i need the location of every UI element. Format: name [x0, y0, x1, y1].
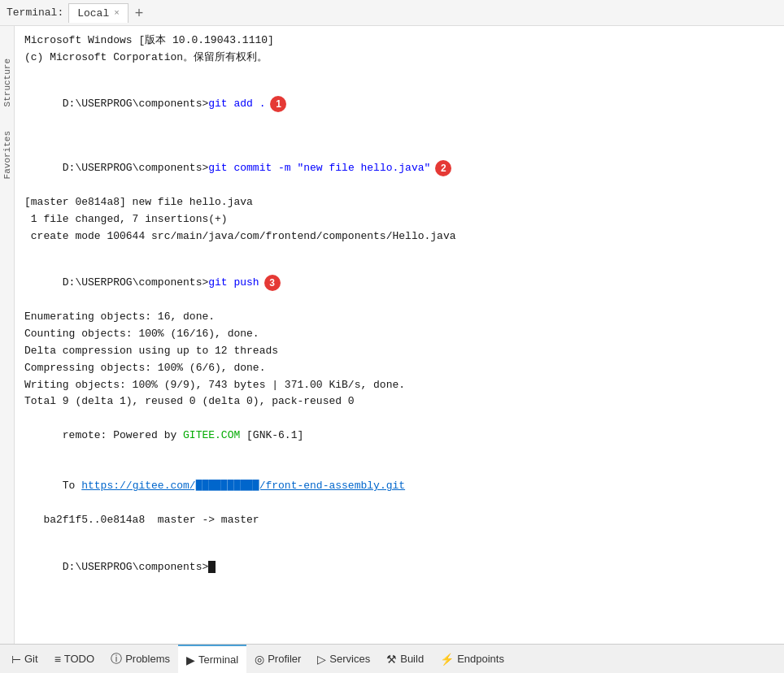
git-icon: ⊢: [11, 653, 21, 666]
local-tab-label: Local: [77, 7, 109, 20]
term-line-remote: remote: Powered by GITEE.COM [GNK-6.1]: [24, 410, 774, 461]
term-line-git-add: D:\USERPROG\components>git add .1: [24, 80, 774, 131]
to-pre: To: [63, 480, 81, 492]
bottom-build[interactable]: ⚒ Build: [378, 645, 432, 673]
profiler-label: Profiler: [268, 653, 301, 665]
term-empty-2: [24, 130, 774, 143]
cmd-git-push: git push: [208, 277, 259, 289]
term-line-final: D:\USERPROG\components>: [24, 542, 774, 593]
git-label: Git: [24, 653, 38, 665]
cursor: [208, 561, 216, 573]
cmd-git-commit: git commit -m "new file hello.java": [208, 163, 430, 175]
term-line-push-result: ba2f1f5..0e814a8 master -> master: [24, 512, 774, 529]
bottom-bar: ⊢ Git ≡ TODO ⓘ Problems ▶ Terminal ◎ Pro…: [0, 644, 784, 673]
bottom-endpoints[interactable]: ⚡ Endpoints: [432, 645, 512, 673]
new-tab-button[interactable]: +: [128, 6, 150, 20]
badge-2: 2: [435, 160, 451, 176]
profiler-icon: ◎: [255, 653, 264, 666]
term-line-delta: Delta compression using up to 12 threads: [24, 343, 774, 360]
term-line-total: Total 9 (delta 1), reused 0 (delta 0), p…: [24, 393, 774, 410]
badge-3: 3: [264, 275, 281, 291]
remote-post: [GNK-6.1]: [240, 429, 303, 441]
local-tab[interactable]: Local ×: [68, 3, 128, 23]
term-line-write: Writing objects: 100% (9/9), 743 bytes |…: [24, 377, 774, 394]
close-icon[interactable]: ×: [114, 8, 120, 18]
sidebar-item-structure[interactable]: Structure: [2, 59, 12, 106]
terminal-icon: ▶: [186, 653, 195, 666]
term-line-to: To https://gitee.com/██████████/front-en…: [24, 462, 774, 512]
term-line-count: Counting objects: 100% (16/16), done.: [24, 326, 774, 343]
prompt-final: D:\USERPROG\components>: [63, 561, 208, 573]
term-line-git-push: D:\USERPROG\components>git push3: [24, 258, 774, 310]
term-line-files: 1 file changed, 7 insertions(+): [24, 211, 774, 228]
problems-icon: ⓘ: [111, 652, 122, 666]
services-label: Services: [329, 653, 370, 665]
cmd-git-add: git add .: [208, 98, 265, 111]
tab-bar: Terminal: Local × +: [0, 0, 784, 26]
endpoints-label: Endpoints: [457, 653, 504, 665]
remote-gitee: GITEE.COM: [183, 429, 240, 441]
build-label: Build: [400, 653, 424, 665]
git-repo-link[interactable]: https://gitee.com/██████████/front-end-a…: [81, 480, 405, 492]
services-icon: ▷: [317, 653, 326, 666]
term-line-master: [master 0e814a8] new file hello.java: [24, 194, 774, 211]
term-empty-3: [24, 245, 774, 258]
remote-pre: remote: Powered by: [63, 429, 183, 441]
bottom-git[interactable]: ⊢ Git: [3, 645, 46, 673]
endpoints-icon: ⚡: [440, 653, 454, 666]
term-line-1: (c) Microsoft Corporation。保留所有权利。: [24, 50, 774, 67]
term-line-compress: Compressing objects: 100% (6/6), done.: [24, 360, 774, 377]
bottom-services[interactable]: ▷ Services: [309, 645, 378, 673]
build-icon: ⚒: [386, 653, 397, 666]
bottom-problems[interactable]: ⓘ Problems: [102, 645, 178, 673]
term-line-0: Microsoft Windows [版本 10.0.19043.1110]: [24, 33, 774, 50]
left-sidebar: Structure Favorites: [0, 26, 15, 644]
terminal-content[interactable]: Microsoft Windows [版本 10.0.19043.1110] (…: [15, 26, 784, 644]
prompt-2: D:\USERPROG\components>: [63, 163, 208, 175]
term-empty-1: [24, 67, 774, 80]
bottom-todo[interactable]: ≡ TODO: [46, 645, 103, 673]
term-empty-4: [24, 529, 774, 542]
terminal-bottom-label: Terminal: [198, 653, 238, 666]
badge-1: 1: [270, 96, 286, 112]
prompt-3: D:\USERPROG\components>: [63, 277, 208, 289]
bottom-terminal[interactable]: ▶ Terminal: [178, 645, 246, 673]
bottom-profiler[interactable]: ◎ Profiler: [246, 645, 309, 673]
term-line-create: create mode 100644 src/main/java/com/fro…: [24, 228, 774, 245]
term-line-git-commit: D:\USERPROG\components>git commit -m "ne…: [24, 143, 774, 194]
terminal-label: Terminal:: [7, 7, 63, 19]
term-line-enum: Enumerating objects: 16, done.: [24, 309, 774, 326]
todo-icon: ≡: [54, 653, 61, 666]
prompt-1: D:\USERPROG\components>: [63, 98, 208, 111]
sidebar-item-favorites[interactable]: Favorites: [2, 131, 12, 179]
problems-label: Problems: [125, 653, 170, 665]
todo-label: TODO: [64, 653, 94, 665]
main-area: Structure Favorites Microsoft Windows [版…: [0, 26, 784, 644]
